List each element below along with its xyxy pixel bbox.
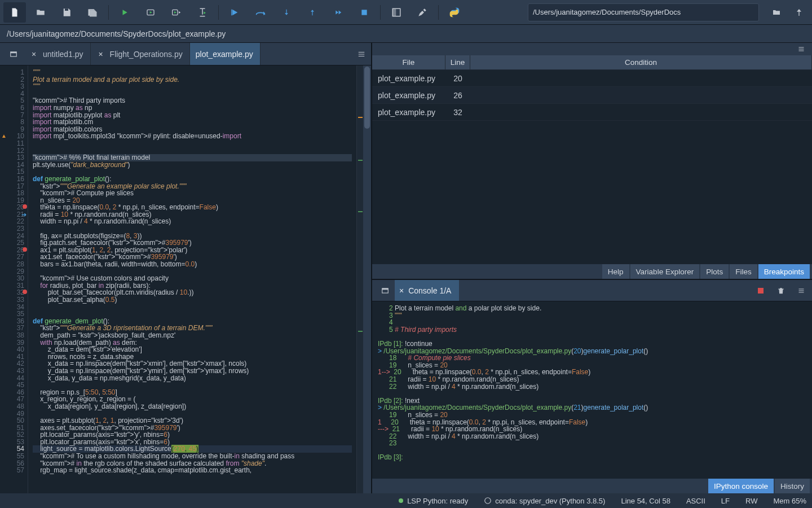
debug-button[interactable] — [223, 2, 246, 23]
debug-step-in-button[interactable] — [275, 2, 298, 23]
svg-rect-0 — [65, 8, 68, 11]
console-output[interactable]: 2 Plot a terrain model and a polar plot … — [372, 301, 812, 479]
right-pane-tabs: HelpVariable ExplorerPlotsFilesBreakpoin… — [372, 264, 812, 279]
run-cell-advance-button[interactable] — [165, 2, 188, 23]
console-tabbar: × Console 1/A — [372, 280, 812, 301]
code-editor[interactable]: 12345678910▲1112131415161718192021➔22232… — [0, 65, 371, 493]
console-tab[interactable]: × Console 1/A — [395, 280, 459, 301]
col-condition[interactable]: Condition — [470, 55, 812, 69]
status-bar: LSP Python: ready conda: spyder_dev (Pyt… — [0, 493, 812, 508]
table-row[interactable]: plot_example.py32 — [372, 104, 812, 121]
pane-tab[interactable]: Help — [602, 264, 629, 279]
pane-tab[interactable]: Breakpoints — [758, 264, 810, 279]
status-lsp[interactable]: LSP Python: ready — [398, 497, 468, 505]
svg-rect-3 — [231, 9, 232, 15]
layout-button[interactable] — [385, 2, 408, 23]
new-file-button[interactable] — [3, 2, 26, 23]
status-eol[interactable]: LF — [721, 497, 730, 505]
overview-ruler[interactable] — [356, 65, 363, 493]
table-row[interactable]: plot_example.py20 — [372, 70, 812, 87]
editor-tabbar: ×untitled1.py×Flight_Operations.pyplot_e… — [0, 43, 371, 65]
svg-rect-8 — [11, 51, 17, 52]
bottom-tab[interactable]: IPython console — [708, 479, 774, 493]
editor-scrollbar[interactable] — [363, 65, 371, 493]
preferences-button[interactable] — [411, 2, 434, 23]
svg-point-13 — [485, 498, 491, 504]
console-tab-label: Console 1/A — [408, 286, 451, 295]
debug-stop-button[interactable] — [353, 2, 376, 23]
main-toolbar: /Users/juanitagomez/Documents/SpyderDocs — [0, 0, 812, 25]
svg-rect-4 — [361, 10, 367, 15]
debug-step-out-button[interactable] — [301, 2, 324, 23]
close-icon[interactable]: × — [96, 50, 105, 59]
editor-tab[interactable]: ×Flight_Operations.py — [91, 43, 190, 65]
svg-rect-6 — [392, 8, 396, 16]
editor-panel: ×untitled1.py×Flight_Operations.pyplot_e… — [0, 43, 372, 493]
debug-continue-button[interactable] — [327, 2, 350, 23]
scrollbar-thumb[interactable] — [364, 67, 370, 129]
svg-point-12 — [399, 498, 403, 503]
tab-label: plot_example.py — [196, 50, 253, 59]
breadcrumb-bar: /Users/juanitagomez/Documents/SpyderDocs… — [0, 25, 812, 43]
run-selection-button[interactable] — [191, 2, 214, 23]
run-button[interactable] — [113, 2, 136, 23]
save-button[interactable] — [55, 2, 78, 23]
svg-rect-11 — [758, 288, 764, 294]
editor-tab[interactable]: plot_example.py — [190, 43, 261, 65]
table-row[interactable]: plot_example.py26 — [372, 87, 812, 104]
tab-label: Flight_Operations.py — [110, 50, 183, 59]
svg-rect-10 — [382, 288, 389, 289]
python-path-button[interactable] — [443, 2, 466, 23]
browse-dir-button[interactable] — [767, 2, 786, 23]
console-menu-button[interactable] — [796, 286, 806, 296]
close-icon[interactable]: × — [29, 50, 38, 59]
bottom-tab[interactable]: History — [775, 479, 810, 493]
breadcrumb-path: /Users/juanitagomez/Documents/SpyderDocs… — [7, 29, 226, 38]
col-file[interactable]: File — [372, 55, 445, 69]
working-dir-combo[interactable]: /Users/juanitagomez/Documents/SpyderDocs — [528, 3, 759, 21]
status-conda[interactable]: conda: spyder_dev (Python 3.8.5) — [484, 497, 605, 505]
parent-dir-button[interactable] — [789, 2, 809, 23]
console-tablist-icon[interactable] — [376, 280, 395, 301]
stop-kernel-button[interactable] — [756, 286, 766, 296]
status-encoding[interactable]: ASCII — [686, 497, 705, 505]
status-mem[interactable]: Mem 65% — [773, 497, 806, 505]
pane-tab[interactable]: Variable Explorer — [630, 264, 700, 279]
clear-console-button[interactable] — [776, 286, 786, 296]
code-text[interactable]: """Plot a terrain model and a polar plot… — [28, 65, 356, 493]
breakpoints-pane-menu[interactable] — [795, 46, 807, 52]
pane-tab[interactable]: Files — [730, 264, 757, 279]
close-icon[interactable]: × — [399, 286, 404, 295]
run-cell-button[interactable] — [139, 2, 162, 23]
breakpoints-table: File Line Condition plot_example.py20plo… — [372, 55, 812, 264]
editor-tab[interactable]: ×untitled1.py — [24, 43, 91, 65]
console-pane-tabs: IPython consoleHistory — [372, 479, 812, 493]
editor-tab-menu-button[interactable] — [352, 43, 371, 65]
pane-tab[interactable]: Plots — [700, 264, 729, 279]
save-all-button[interactable] — [81, 2, 104, 23]
working-dir-text: /Users/juanitagomez/Documents/SpyderDocs — [533, 8, 681, 16]
tab-label: untitled1.py — [43, 50, 83, 59]
debug-step-over-button[interactable] — [249, 2, 272, 23]
line-gutter[interactable]: 12345678910▲1112131415161718192021➔22232… — [0, 65, 28, 493]
status-rw[interactable]: RW — [745, 497, 757, 505]
status-cursor-pos[interactable]: Line 54, Col 58 — [621, 497, 670, 505]
col-line[interactable]: Line — [445, 55, 470, 69]
editor-tablist-icon[interactable] — [3, 43, 24, 65]
breakpoints-header: File Line Condition — [372, 55, 812, 70]
open-file-button[interactable] — [29, 2, 52, 23]
